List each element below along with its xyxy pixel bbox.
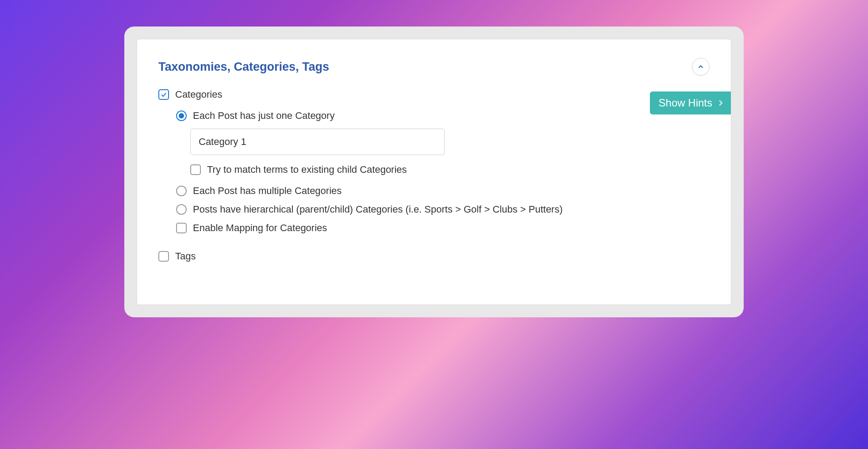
chevron-up-icon <box>697 63 705 71</box>
panel-title: Taxonomies, Categories, Tags <box>158 60 329 74</box>
enable-mapping-checkbox[interactable] <box>176 223 187 233</box>
show-hints-label: Show Hints <box>659 97 712 109</box>
enable-mapping-label: Enable Mapping for Categories <box>193 222 327 234</box>
tags-label: Tags <box>175 251 196 262</box>
match-terms-label: Try to match terms to existing child Cat… <box>207 164 407 175</box>
categories-label: Categories <box>175 89 222 100</box>
check-icon <box>160 91 167 98</box>
panel-header: Taxonomies, Categories, Tags <box>158 58 710 76</box>
collapse-button[interactable] <box>692 58 710 76</box>
multiple-categories-radio[interactable] <box>176 186 187 196</box>
enable-mapping-row: Enable Mapping for Categories <box>176 222 710 234</box>
match-terms-row: Try to match terms to existing child Cat… <box>190 164 710 175</box>
hierarchical-categories-row: Posts have hierarchical (parent/child) C… <box>176 204 710 215</box>
tags-checkbox[interactable] <box>158 251 169 262</box>
match-terms-checkbox[interactable] <box>190 164 201 175</box>
taxonomies-panel: Taxonomies, Categories, Tags Show Hints … <box>137 39 731 305</box>
tags-row: Tags <box>158 251 710 262</box>
single-category-row: Each Post has just one Category <box>176 110 710 122</box>
categories-checkbox[interactable] <box>158 89 169 100</box>
single-category-label: Each Post has just one Category <box>193 110 334 122</box>
hierarchical-categories-label: Posts have hierarchical (parent/child) C… <box>193 204 563 215</box>
multiple-categories-label: Each Post has multiple Categories <box>193 185 342 197</box>
chevron-right-icon <box>716 98 726 108</box>
single-category-radio[interactable] <box>176 110 187 121</box>
multiple-categories-row: Each Post has multiple Categories <box>176 185 710 197</box>
show-hints-button[interactable]: Show Hints <box>650 91 731 114</box>
categories-row: Categories <box>158 89 710 100</box>
category-name-input[interactable] <box>190 129 445 155</box>
outer-container: Taxonomies, Categories, Tags Show Hints … <box>124 27 744 317</box>
hierarchical-categories-radio[interactable] <box>176 204 187 215</box>
